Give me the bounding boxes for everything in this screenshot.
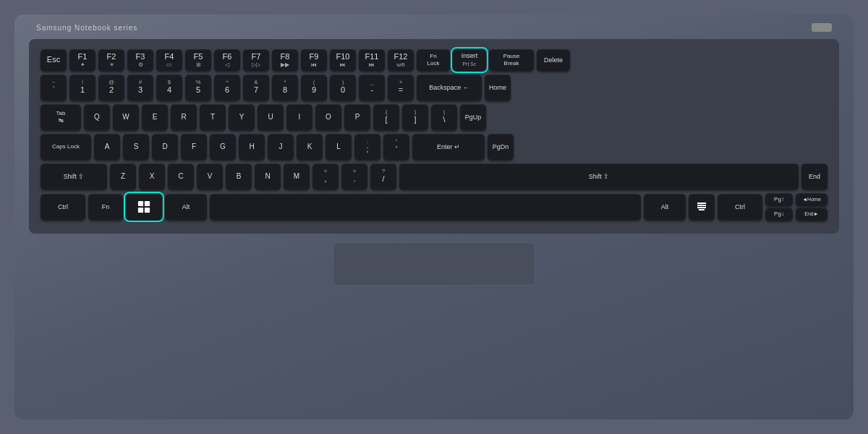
key-f9[interactable]: F9⏮ (301, 49, 327, 71)
number-key-row: ~` !1 @2 #3 $4 %5 ^6 &7 *8 (9 )0 _- += B… (41, 75, 827, 101)
key-equals[interactable]: += (388, 75, 414, 101)
key-shift-right[interactable]: Shift ⇧ (399, 163, 799, 190)
key-l[interactable]: L (326, 134, 352, 160)
key-8[interactable]: *8 (272, 75, 298, 101)
key-f[interactable]: F (181, 134, 207, 160)
key-pause[interactable]: PauseBreak (489, 49, 534, 71)
key-y[interactable]: Y (229, 104, 255, 130)
key-f5[interactable]: F5⊞ (185, 49, 211, 71)
key-menu[interactable] (689, 194, 715, 220)
key-home[interactable]: Home (485, 75, 511, 101)
key-3[interactable]: #3 (127, 75, 153, 101)
key-f6[interactable]: F6◁ (214, 49, 240, 71)
key-space[interactable] (210, 194, 641, 220)
key-f11[interactable]: F11⏭ (359, 49, 385, 71)
key-insert[interactable]: InsertPrt Sc (453, 49, 486, 71)
key-o[interactable]: O (315, 104, 341, 130)
key-f3[interactable]: F3⚙ (127, 49, 153, 71)
key-rbracket[interactable]: }] (402, 104, 428, 130)
key-5[interactable]: %5 (185, 75, 211, 101)
key-h[interactable]: H (239, 134, 265, 160)
svg-rect-7 (699, 209, 705, 210)
key-f8[interactable]: F8▶▶ (272, 49, 298, 71)
svg-rect-2 (138, 208, 143, 213)
key-pgdn[interactable]: PgDn (488, 134, 514, 160)
key-p[interactable]: P (344, 104, 370, 130)
key-tilde[interactable]: ~` (41, 75, 67, 101)
power-button[interactable] (812, 23, 832, 32)
key-slash[interactable]: ?/ (370, 163, 396, 190)
key-comma[interactable]: <, (312, 163, 339, 190)
top-bar: Samsung Notebook series (29, 22, 839, 33)
key-2[interactable]: @2 (98, 75, 124, 101)
key-t[interactable]: T (200, 104, 226, 130)
key-4[interactable]: $4 (156, 75, 182, 101)
key-pg-up-arrow[interactable]: Pg↑ (765, 193, 793, 206)
qwerty-key-row: Tab↹ Q W E R T Y U I O P {[ }] |\ PgUp (41, 104, 827, 130)
key-lbracket[interactable]: {[ (373, 104, 399, 130)
key-x[interactable]: X (139, 163, 165, 190)
key-7[interactable]: &7 (243, 75, 269, 101)
key-end-arrow[interactable]: End► (796, 208, 827, 221)
key-k[interactable]: K (297, 134, 323, 160)
key-win[interactable] (126, 194, 162, 220)
key-fn-lock[interactable]: FnLock (417, 49, 450, 71)
svg-rect-3 (145, 208, 150, 213)
key-backspace[interactable]: Backspace ← (417, 75, 482, 101)
key-shift-left[interactable]: Shift ⇧ (41, 163, 107, 190)
key-home-arrow[interactable]: ◄Home (796, 193, 827, 206)
trackpad[interactable] (333, 242, 535, 286)
key-f1[interactable]: F1✦ (69, 49, 95, 71)
key-pgup[interactable]: PgUp (460, 104, 486, 130)
key-b[interactable]: B (226, 163, 252, 190)
key-end[interactable]: End (801, 163, 827, 190)
key-minus[interactable]: _- (359, 75, 385, 101)
laptop-body: Samsung Notebook series Esc F1✦ F2☀ F3⚙ … (14, 14, 854, 420)
key-caps-lock[interactable]: Caps Lock (41, 134, 91, 160)
key-ctrl-left[interactable]: Ctrl (41, 194, 85, 220)
key-ctrl-right[interactable]: Ctrl (718, 194, 762, 220)
key-f2[interactable]: F2☀ (98, 49, 124, 71)
key-q[interactable]: Q (84, 104, 110, 130)
key-i[interactable]: I (286, 104, 312, 130)
key-f12[interactable]: F12wifi (388, 49, 414, 71)
key-9[interactable]: (9 (301, 75, 327, 101)
key-delete[interactable]: Delete (537, 49, 570, 71)
svg-rect-5 (697, 205, 706, 206)
key-n[interactable]: N (255, 163, 281, 190)
key-d[interactable]: D (152, 134, 178, 160)
key-v[interactable]: V (197, 163, 223, 190)
key-e[interactable]: E (142, 104, 168, 130)
key-backslash[interactable]: |\ (431, 104, 457, 130)
key-semicolon[interactable]: :; (354, 134, 380, 160)
key-period[interactable]: >. (341, 163, 367, 190)
key-g[interactable]: G (210, 134, 236, 160)
key-s[interactable]: S (123, 134, 149, 160)
key-c[interactable]: C (168, 163, 194, 190)
key-z[interactable]: Z (110, 163, 136, 190)
key-alt-right[interactable]: Alt (644, 194, 686, 220)
key-alt-left[interactable]: Alt (165, 194, 207, 220)
asdf-key-row: Caps Lock A S D F G H J K L :; "' Enter … (41, 134, 827, 160)
key-m[interactable]: M (284, 163, 310, 190)
key-0[interactable]: )0 (330, 75, 356, 101)
key-u[interactable]: U (258, 104, 284, 130)
key-pg-dn-arrow[interactable]: Pg↓ (765, 208, 793, 221)
key-tab[interactable]: Tab↹ (41, 104, 81, 130)
key-f7[interactable]: F7▷▷ (243, 49, 269, 71)
keyboard: Esc F1✦ F2☀ F3⚙ F4▭ F5⊞ F6◁ F7▷▷ F8▶▶ F9… (29, 39, 839, 234)
key-fn[interactable]: Fn (88, 194, 123, 220)
key-quote[interactable]: "' (383, 134, 409, 160)
key-w[interactable]: W (113, 104, 139, 130)
key-1[interactable]: !1 (69, 75, 95, 101)
key-enter[interactable]: Enter ↵ (412, 134, 485, 160)
key-esc[interactable]: Esc (41, 49, 67, 71)
key-r[interactable]: R (171, 104, 197, 130)
key-f10[interactable]: F10⏭ (330, 49, 356, 71)
zxcv-key-row: Shift ⇧ Z X C V B N M <, >. ?/ Shift ⇧ E… (41, 163, 827, 190)
key-a[interactable]: A (94, 134, 120, 160)
key-j[interactable]: J (268, 134, 294, 160)
key-6[interactable]: ^6 (214, 75, 240, 101)
key-f4[interactable]: F4▭ (156, 49, 182, 71)
nav-cluster: Pg↑ Pg↓ (765, 193, 793, 221)
